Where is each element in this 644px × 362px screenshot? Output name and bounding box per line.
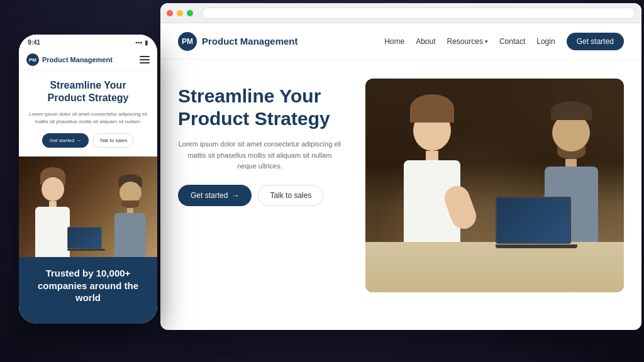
- browser-bar: [160, 3, 641, 23]
- mobile-status-bar: 9:41 ▪▪▪ ▮: [19, 35, 157, 50]
- desktop-hero-image: [365, 79, 624, 330]
- desktop-mockup: PM Product Management Home About Resourc…: [160, 3, 641, 330]
- nav-link-about[interactable]: About: [416, 37, 435, 46]
- nav-login-button[interactable]: Login: [536, 37, 555, 46]
- mobile-woman-figure: [35, 167, 70, 257]
- desktop-navbar: PM Product Management Home About Resourc…: [160, 23, 641, 60]
- mobile-cta-primary-button[interactable]: Get started →: [42, 133, 89, 148]
- mobile-brand: PM Product Management: [26, 53, 113, 66]
- desktop-website-content: PM Product Management Home About Resourc…: [160, 23, 641, 330]
- mobile-hero-subtitle: Lorem ipsum dolor sit amet consectetur a…: [28, 111, 148, 126]
- desktop-hero-title: Streamline Your Product Strategy: [178, 85, 365, 130]
- mobile-trust-section: Trusted by 10,000+ companies around the …: [19, 257, 157, 324]
- desktop-cta-secondary-button[interactable]: Talk to sales: [258, 185, 323, 206]
- mobile-hero-buttons: Get started → Talk to sales: [28, 133, 148, 148]
- nav-cta-button[interactable]: Get started: [567, 33, 624, 50]
- desktop-logo-circle: PM: [178, 32, 197, 51]
- mobile-hero-title: Streamline Your Product Strategy: [28, 79, 148, 104]
- mobile-mockup: 9:41 ▪▪▪ ▮ PM Product Management Streaml…: [19, 35, 157, 324]
- nav-link-home[interactable]: Home: [384, 37, 404, 46]
- hamburger-line-2: [140, 59, 150, 60]
- mobile-navbar: PM Product Management: [19, 50, 157, 70]
- mobile-hamburger-menu[interactable]: [140, 56, 150, 63]
- browser-dot-green: [187, 10, 193, 16]
- laptop-on-table: [496, 197, 577, 248]
- desktop-hero-buttons: Get started → Talk to sales: [178, 185, 365, 206]
- mobile-hero-section: Streamline Your Product Strategy Lorem i…: [19, 70, 157, 148]
- browser-url-bar: [202, 8, 635, 19]
- nav-link-resources[interactable]: Resources ▾: [447, 37, 488, 46]
- mobile-laptop: [67, 227, 105, 251]
- hamburger-line-3: [140, 62, 150, 63]
- desktop-hero-text: Streamline Your Product Strategy Lorem i…: [178, 79, 365, 330]
- desktop-cta-primary-button[interactable]: Get started →: [178, 185, 252, 206]
- desktop-hero-subtitle: Lorem ipsum dolor sit amet consectetur a…: [178, 139, 341, 172]
- mobile-cta-secondary-button[interactable]: Talk to sales: [92, 133, 134, 148]
- mobile-hero-image: [19, 156, 157, 257]
- hamburger-line-1: [140, 56, 150, 57]
- nav-link-contact[interactable]: Contact: [499, 37, 525, 46]
- browser-dot-yellow: [177, 10, 183, 16]
- desktop-brand-logo: PM Product Management: [178, 32, 298, 51]
- resources-chevron-icon: ▾: [485, 38, 488, 45]
- mobile-logo-circle: PM: [26, 53, 39, 66]
- mobile-trust-text: Trusted by 10,000+ companies around the …: [28, 267, 148, 304]
- desktop-hero-photo: [365, 79, 624, 292]
- mobile-brand-name: Product Management: [42, 56, 113, 63]
- mobile-status-icons: ▪▪▪ ▮: [135, 39, 148, 46]
- desktop-nav-links: Home About Resources ▾ Contact Login Get…: [384, 33, 624, 50]
- desktop-logo-initials: PM: [182, 37, 193, 46]
- battery-icon: ▮: [145, 39, 148, 46]
- mobile-man-figure: [114, 174, 146, 257]
- mobile-logo-initials: PM: [29, 57, 36, 63]
- woman-figure: [404, 94, 460, 242]
- desktop-hero-section: Streamline Your Product Strategy Lorem i…: [160, 60, 641, 330]
- signal-icon: ▪▪▪: [135, 39, 142, 46]
- mobile-time: 9:41: [28, 39, 40, 46]
- desktop-brand-name: Product Management: [202, 36, 298, 47]
- browser-dot-red: [167, 10, 173, 16]
